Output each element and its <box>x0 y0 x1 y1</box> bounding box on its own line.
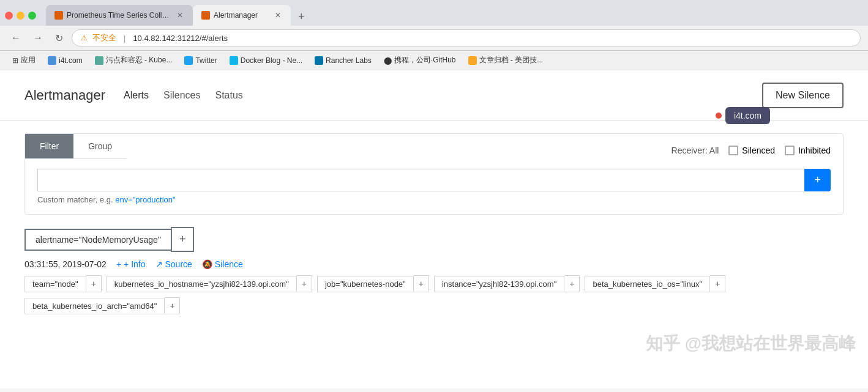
tag-os-plus[interactable]: + <box>710 275 725 292</box>
tag-job-label: job="kubernetes-node" <box>317 276 414 292</box>
filter-tabs: Filter Group <box>25 134 127 159</box>
bookmark-github[interactable]: ⬤ 携程，公司·GitHub <box>379 53 461 67</box>
url-prefix: 不安全 <box>92 32 116 43</box>
bookmark-rancher-icon <box>315 56 323 65</box>
window-maximize-button[interactable] <box>28 12 36 20</box>
window-minimize-button[interactable] <box>17 12 24 20</box>
filter-input-row: + <box>37 169 831 191</box>
inhibited-checkbox[interactable] <box>785 146 795 155</box>
nav-links: Alerts Silences Status <box>124 90 243 101</box>
alert-group-header: alertname="NodeMemoryUsage" + <box>24 227 844 252</box>
tag-arch-plus[interactable]: + <box>165 297 180 314</box>
bookmark-i4t-icon <box>48 56 56 65</box>
window-controls <box>5 12 36 20</box>
tab-1-title: Prometheus Time Series Colle... <box>67 11 172 20</box>
silenced-label: Silenced <box>742 146 775 155</box>
alert-meta: 03:31:55, 2019-07-02 + + Info ↗ Source 🔕… <box>24 259 844 269</box>
security-icon: ⚠ <box>81 34 88 42</box>
address-bar[interactable]: ⚠ 不安全 | 10.4.82.142:31212/#/alerts <box>72 29 861 46</box>
browser-tab-1[interactable]: Prometheus Time Series Colle... ✕ <box>46 5 193 26</box>
tag-instance-label: instance="yzsjhl82-139.opi.com" <box>434 276 564 292</box>
tooltip-bubble: i4t.com <box>725 107 770 124</box>
tag-hostname-label: kubernetes_io_hostname="yzsjhi82-139.opi… <box>107 276 297 292</box>
tag-os: beta_kubernetes_io_os="linux" + <box>585 275 725 292</box>
alert-tags: team="node" + kubernetes_io_hostname="yz… <box>24 275 844 314</box>
tooltip-dot <box>716 113 722 119</box>
tag-hostname-plus[interactable]: + <box>297 275 312 292</box>
info-icon: + <box>116 259 121 269</box>
tag-job: job="kubernetes-node" + <box>317 275 429 292</box>
bookmark-apps-label: 应用 <box>21 55 36 65</box>
bookmark-apps[interactable]: ⊞ 应用 <box>7 53 40 67</box>
alert-name-plus-button[interactable]: + <box>171 227 195 252</box>
browser-chrome: Prometheus Time Series Colle... ✕ Alertm… <box>0 0 868 70</box>
silence-icon: 🔕 <box>202 259 212 269</box>
inhibited-checkbox-label[interactable]: Inhibited <box>785 146 831 155</box>
filter-hint: Custom matcher, e.g. env="production" <box>37 195 831 204</box>
tab-2-close[interactable]: ✕ <box>274 10 282 21</box>
tab-2-title: Alertmanager <box>214 11 270 20</box>
alert-time: 03:31:55, 2019-07-02 <box>24 259 107 269</box>
app-nav: Alertmanager Alerts Silences Status <box>24 87 243 103</box>
filter-controls: Receiver: All Silenced Inhibited <box>659 138 843 155</box>
browser-titlebar: Prometheus Time Series Colle... ✕ Alertm… <box>0 0 868 26</box>
receiver-label: Receiver: All <box>672 146 719 155</box>
bookmark-meituan-icon <box>468 56 477 65</box>
alert-info-action[interactable]: + + Info <box>116 259 146 269</box>
bookmark-meituan-label: 文章归档 - 美团技... <box>479 55 544 65</box>
filter-tab-filter[interactable]: Filter <box>25 134 73 158</box>
window-close-button[interactable] <box>5 12 13 20</box>
reload-button[interactable]: ↻ <box>51 30 67 46</box>
url-separator: | <box>124 34 125 43</box>
alert-entry: 03:31:55, 2019-07-02 + + Info ↗ Source 🔕… <box>24 259 844 314</box>
nav-status[interactable]: Status <box>215 90 242 101</box>
tag-arch: beta_kubernetes_io_arch="amd64" + <box>24 297 180 314</box>
tag-os-label: beta_kubernetes_io_os="linux" <box>585 276 710 292</box>
nav-alerts[interactable]: Alerts <box>124 90 149 101</box>
browser-tab-2[interactable]: Alertmanager ✕ <box>193 5 291 26</box>
alert-silence-action[interactable]: 🔕 Silence <box>202 259 243 269</box>
tab-1-close[interactable]: ✕ <box>176 10 184 21</box>
browser-toolbar: ← → ↻ ⚠ 不安全 | 10.4.82.142:31212/#/alerts <box>0 26 868 51</box>
bookmark-docker[interactable]: Docker Blog - Ne... <box>225 54 307 67</box>
browser-tabs-bar: Prometheus Time Series Colle... ✕ Alertm… <box>46 5 310 26</box>
alert-source-action[interactable]: ↗ Source <box>155 259 192 269</box>
silenced-checkbox-label[interactable]: Silenced <box>728 146 775 155</box>
nav-silences[interactable]: Silences <box>163 90 200 101</box>
filter-hint-text: Custom matcher, e.g. <box>37 195 113 204</box>
github-icon: ⬤ <box>384 56 392 65</box>
filter-section: Filter Group Receiver: All Silenced Inhi… <box>24 133 844 215</box>
alert-name-badge: alertname="NodeMemoryUsage" <box>24 229 171 251</box>
tag-instance-plus[interactable]: + <box>564 275 580 292</box>
bookmark-twitter-icon <box>184 56 193 65</box>
filter-input[interactable] <box>37 169 804 191</box>
bookmark-twitter[interactable]: Twitter <box>179 54 222 67</box>
tag-job-plus[interactable]: + <box>414 275 429 292</box>
new-silence-button[interactable]: New Silence <box>762 83 844 108</box>
filter-add-button[interactable]: + <box>804 169 831 191</box>
back-button[interactable]: ← <box>7 30 24 46</box>
bookmark-rancher[interactable]: Rancher Labs <box>310 54 376 67</box>
silenced-checkbox[interactable] <box>728 146 738 155</box>
app-logo: Alertmanager <box>24 87 105 103</box>
bookmark-meituan[interactable]: 文章归档 - 美团技... <box>463 53 548 67</box>
tag-team: team="node" + <box>24 275 102 292</box>
bookmark-github-label: 携程，公司·GitHub <box>394 55 456 65</box>
filter-hint-link[interactable]: env="production" <box>115 195 176 204</box>
bookmark-wurong[interactable]: 污点和容忍 - Kube... <box>90 53 178 67</box>
bookmark-wurong-label: 污点和容忍 - Kube... <box>106 55 173 65</box>
forward-button[interactable]: → <box>29 30 47 46</box>
bookmark-i4t[interactable]: i4t.com <box>43 54 88 67</box>
tag-hostname: kubernetes_io_hostname="yzsjhi82-139.opi… <box>107 275 312 292</box>
filter-tab-group[interactable]: Group <box>73 134 127 158</box>
tag-instance: instance="yzsjhl82-139.opi.com" + <box>434 275 580 292</box>
inhibited-label: Inhibited <box>798 146 831 155</box>
page-content: Alertmanager Alerts Silences Status i4t.… <box>0 70 868 388</box>
bookmark-docker-icon <box>230 56 238 65</box>
new-tab-button[interactable]: + <box>293 8 310 26</box>
tag-team-plus[interactable]: + <box>86 275 102 292</box>
bookmark-i4t-label: i4t.com <box>59 56 83 65</box>
bookmarks-bar: ⊞ 应用 i4t.com 污点和容忍 - Kube... Twitter Doc… <box>0 51 868 70</box>
tooltip-container: i4t.com <box>716 107 770 124</box>
filter-input-area: + Custom matcher, e.g. env="production" <box>25 159 843 214</box>
